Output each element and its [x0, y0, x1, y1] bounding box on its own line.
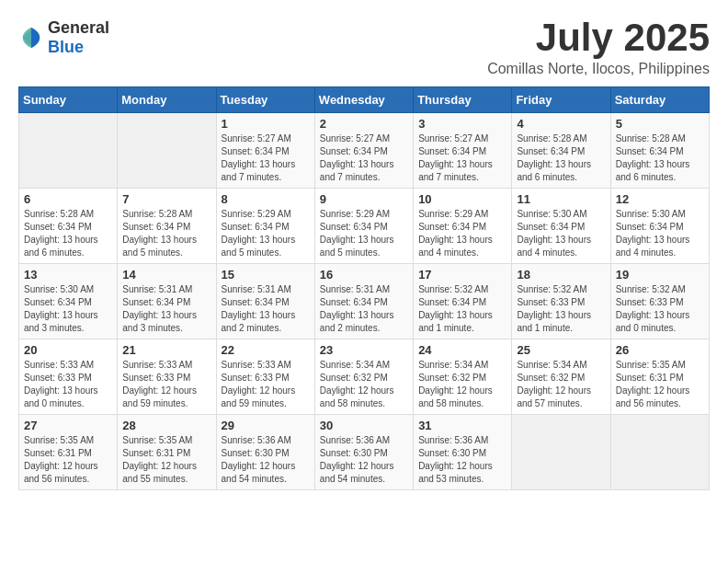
day-detail: Sunrise: 5:32 AM Sunset: 6:34 PM Dayligh… — [418, 283, 506, 335]
calendar-cell: 1Sunrise: 5:27 AM Sunset: 6:34 PM Daylig… — [216, 113, 314, 189]
day-number: 1 — [222, 117, 310, 131]
page-subtitle: Comillas Norte, Ilocos, Philippines — [487, 61, 710, 77]
calendar-cell — [610, 415, 709, 490]
calendar-cell: 11Sunrise: 5:30 AM Sunset: 6:34 PM Dayli… — [512, 189, 610, 264]
day-number: 5 — [616, 117, 704, 131]
day-number: 12 — [616, 192, 704, 206]
day-detail: Sunrise: 5:33 AM Sunset: 6:33 PM Dayligh… — [24, 359, 112, 410]
day-detail: Sunrise: 5:30 AM Sunset: 6:34 PM Dayligh… — [616, 208, 704, 259]
calendar-week-4: 20Sunrise: 5:33 AM Sunset: 6:33 PM Dayli… — [19, 339, 710, 415]
header-row: SundayMondayTuesdayWednesdayThursdayFrid… — [19, 87, 710, 113]
day-number: 23 — [320, 343, 408, 357]
calendar-cell: 27Sunrise: 5:35 AM Sunset: 6:31 PM Dayli… — [19, 415, 118, 490]
day-detail: Sunrise: 5:33 AM Sunset: 6:33 PM Dayligh… — [122, 359, 210, 410]
day-detail: Sunrise: 5:30 AM Sunset: 6:34 PM Dayligh… — [517, 208, 605, 259]
calendar-cell: 29Sunrise: 5:36 AM Sunset: 6:30 PM Dayli… — [216, 415, 314, 490]
calendar-week-1: 1Sunrise: 5:27 AM Sunset: 6:34 PM Daylig… — [19, 113, 710, 189]
calendar-cell: 8Sunrise: 5:29 AM Sunset: 6:34 PM Daylig… — [216, 189, 314, 264]
calendar-cell: 20Sunrise: 5:33 AM Sunset: 6:33 PM Dayli… — [19, 339, 118, 415]
header-cell-sunday: Sunday — [19, 87, 118, 113]
day-number: 24 — [418, 343, 506, 357]
day-number: 2 — [320, 117, 408, 131]
day-number: 27 — [24, 419, 112, 432]
day-number: 3 — [418, 117, 506, 131]
day-number: 10 — [418, 192, 506, 206]
calendar-cell: 14Sunrise: 5:31 AM Sunset: 6:34 PM Dayli… — [118, 264, 216, 339]
calendar-cell: 23Sunrise: 5:34 AM Sunset: 6:32 PM Dayli… — [314, 339, 413, 415]
calendar-cell: 17Sunrise: 5:32 AM Sunset: 6:34 PM Dayli… — [414, 264, 512, 339]
day-number: 28 — [122, 419, 210, 432]
page-header: General Blue July 2025 Comillas Norte, I… — [18, 18, 710, 77]
calendar-cell: 15Sunrise: 5:31 AM Sunset: 6:34 PM Dayli… — [216, 264, 314, 339]
header-cell-monday: Monday — [118, 87, 216, 113]
page-title: July 2025 — [487, 18, 710, 57]
day-detail: Sunrise: 5:29 AM Sunset: 6:34 PM Dayligh… — [320, 208, 408, 259]
logo-blue: Blue — [48, 38, 84, 56]
day-detail: Sunrise: 5:35 AM Sunset: 6:31 PM Dayligh… — [122, 434, 210, 486]
day-number: 17 — [418, 268, 506, 282]
day-detail: Sunrise: 5:28 AM Sunset: 6:34 PM Dayligh… — [122, 208, 210, 259]
day-detail: Sunrise: 5:31 AM Sunset: 6:34 PM Dayligh… — [320, 283, 408, 335]
day-number: 6 — [24, 192, 112, 206]
day-detail: Sunrise: 5:28 AM Sunset: 6:34 PM Dayligh… — [517, 132, 605, 184]
day-detail: Sunrise: 5:32 AM Sunset: 6:33 PM Dayligh… — [616, 283, 704, 335]
day-detail: Sunrise: 5:35 AM Sunset: 6:31 PM Dayligh… — [616, 359, 704, 410]
calendar-cell: 4Sunrise: 5:28 AM Sunset: 6:34 PM Daylig… — [512, 113, 610, 189]
calendar-cell: 30Sunrise: 5:36 AM Sunset: 6:30 PM Dayli… — [314, 415, 413, 490]
calendar-week-3: 13Sunrise: 5:30 AM Sunset: 6:34 PM Dayli… — [19, 264, 710, 339]
title-area: July 2025 Comillas Norte, Ilocos, Philip… — [487, 18, 710, 77]
day-detail: Sunrise: 5:34 AM Sunset: 6:32 PM Dayligh… — [418, 359, 506, 410]
calendar-cell — [118, 113, 216, 189]
calendar-cell — [512, 415, 610, 490]
day-detail: Sunrise: 5:34 AM Sunset: 6:32 PM Dayligh… — [517, 359, 605, 410]
day-detail: Sunrise: 5:32 AM Sunset: 6:33 PM Dayligh… — [517, 283, 605, 335]
header-cell-saturday: Saturday — [610, 87, 709, 113]
header-cell-tuesday: Tuesday — [216, 87, 314, 113]
day-detail: Sunrise: 5:29 AM Sunset: 6:34 PM Dayligh… — [418, 208, 506, 259]
day-number: 21 — [122, 343, 210, 357]
calendar-table: SundayMondayTuesdayWednesdayThursdayFrid… — [18, 86, 710, 490]
day-number: 31 — [418, 419, 506, 432]
calendar-header: SundayMondayTuesdayWednesdayThursdayFrid… — [19, 87, 710, 113]
day-detail: Sunrise: 5:28 AM Sunset: 6:34 PM Dayligh… — [24, 208, 112, 259]
day-number: 18 — [517, 268, 605, 282]
logo-text: General Blue — [48, 18, 109, 57]
day-detail: Sunrise: 5:27 AM Sunset: 6:34 PM Dayligh… — [418, 132, 506, 184]
day-number: 15 — [222, 268, 310, 282]
day-detail: Sunrise: 5:33 AM Sunset: 6:33 PM Dayligh… — [222, 359, 310, 410]
day-number: 25 — [517, 343, 605, 357]
calendar-cell: 12Sunrise: 5:30 AM Sunset: 6:34 PM Dayli… — [610, 189, 709, 264]
calendar-cell: 3Sunrise: 5:27 AM Sunset: 6:34 PM Daylig… — [414, 113, 512, 189]
day-number: 14 — [122, 268, 210, 282]
day-detail: Sunrise: 5:36 AM Sunset: 6:30 PM Dayligh… — [222, 434, 310, 486]
logo-icon — [18, 25, 44, 51]
calendar-cell — [19, 113, 118, 189]
calendar-cell: 31Sunrise: 5:36 AM Sunset: 6:30 PM Dayli… — [414, 415, 512, 490]
header-cell-friday: Friday — [512, 87, 610, 113]
calendar-cell: 21Sunrise: 5:33 AM Sunset: 6:33 PM Dayli… — [118, 339, 216, 415]
day-number: 26 — [616, 343, 704, 357]
day-number: 8 — [222, 192, 310, 206]
day-detail: Sunrise: 5:27 AM Sunset: 6:34 PM Dayligh… — [320, 132, 408, 184]
day-detail: Sunrise: 5:34 AM Sunset: 6:32 PM Dayligh… — [320, 359, 408, 410]
day-detail: Sunrise: 5:29 AM Sunset: 6:34 PM Dayligh… — [222, 208, 310, 259]
header-cell-wednesday: Wednesday — [314, 87, 413, 113]
day-number: 11 — [517, 192, 605, 206]
header-cell-thursday: Thursday — [414, 87, 512, 113]
calendar-cell: 28Sunrise: 5:35 AM Sunset: 6:31 PM Dayli… — [118, 415, 216, 490]
day-detail: Sunrise: 5:28 AM Sunset: 6:34 PM Dayligh… — [616, 132, 704, 184]
day-detail: Sunrise: 5:31 AM Sunset: 6:34 PM Dayligh… — [122, 283, 210, 335]
day-number: 13 — [24, 268, 112, 282]
calendar-cell: 6Sunrise: 5:28 AM Sunset: 6:34 PM Daylig… — [19, 189, 118, 264]
day-detail: Sunrise: 5:30 AM Sunset: 6:34 PM Dayligh… — [24, 283, 112, 335]
day-detail: Sunrise: 5:27 AM Sunset: 6:34 PM Dayligh… — [222, 132, 310, 184]
calendar-cell: 9Sunrise: 5:29 AM Sunset: 6:34 PM Daylig… — [314, 189, 413, 264]
calendar-cell: 10Sunrise: 5:29 AM Sunset: 6:34 PM Dayli… — [414, 189, 512, 264]
day-number: 4 — [517, 117, 605, 131]
calendar-cell: 2Sunrise: 5:27 AM Sunset: 6:34 PM Daylig… — [314, 113, 413, 189]
calendar-cell: 26Sunrise: 5:35 AM Sunset: 6:31 PM Dayli… — [610, 339, 709, 415]
day-number: 19 — [616, 268, 704, 282]
calendar-cell: 5Sunrise: 5:28 AM Sunset: 6:34 PM Daylig… — [610, 113, 709, 189]
day-number: 16 — [320, 268, 408, 282]
calendar-cell: 24Sunrise: 5:34 AM Sunset: 6:32 PM Dayli… — [414, 339, 512, 415]
